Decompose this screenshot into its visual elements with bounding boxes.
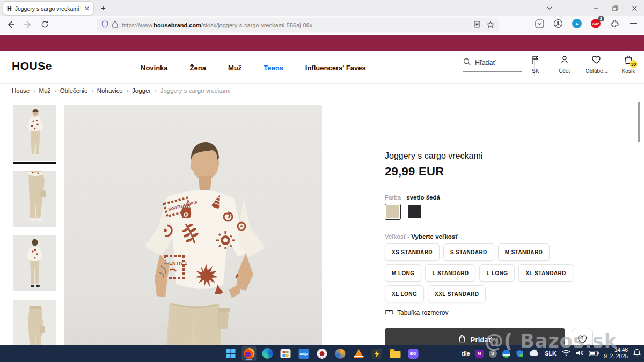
size-button-l-long[interactable]: L LONG bbox=[479, 264, 515, 282]
back-button[interactable] bbox=[6, 20, 16, 30]
start-button[interactable] bbox=[224, 346, 238, 361]
product-title: Joggery s cargo vreckami bbox=[385, 151, 482, 161]
bookmark-star-icon[interactable] bbox=[487, 20, 494, 30]
url-bar[interactable]: https://www.housebrand.com/sk/sk/joggery… bbox=[97, 18, 499, 32]
tab-favicon: H bbox=[7, 5, 12, 12]
screen: H Joggery s cargo vreckami Farba ✕ + bbox=[0, 0, 644, 362]
winamp-icon bbox=[372, 349, 382, 359]
size-button-xl-standard[interactable]: XL STANDARD bbox=[518, 264, 573, 282]
account-button[interactable]: Účet bbox=[557, 55, 573, 74]
breadcrumb-item-nohavice[interactable]: Nohavice bbox=[97, 87, 123, 94]
menu-hamburger-icon[interactable] bbox=[628, 18, 639, 29]
taskbar-media-player[interactable] bbox=[315, 346, 330, 361]
new-tab-button[interactable]: + bbox=[101, 3, 106, 12]
taskbar-eo-app[interactable]: EO bbox=[406, 346, 421, 361]
main-nav: Novinka Žena Muž Teens Influencers' Fave… bbox=[141, 51, 366, 84]
browser-tab[interactable]: H Joggery s cargo vreckami Farba ✕ bbox=[3, 2, 93, 15]
taskbar-firefox[interactable] bbox=[242, 346, 257, 361]
weather-cloud-icon[interactable] bbox=[529, 349, 540, 358]
tracking-protection-shield-icon[interactable] bbox=[101, 20, 108, 30]
size-button-xxl-standard[interactable]: XXL STANDARD bbox=[428, 285, 486, 302]
adblock-plus-icon[interactable]: ABP 3 bbox=[590, 18, 601, 29]
wifi-icon[interactable] bbox=[562, 349, 570, 358]
taskbar-winamp[interactable] bbox=[370, 346, 384, 361]
size-table-link[interactable]: Tabuľka rozmerov bbox=[385, 309, 449, 316]
thumbnail-detail-view[interactable] bbox=[13, 171, 56, 227]
nav-item-influencers-faves[interactable]: Influencers' Faves bbox=[305, 64, 366, 72]
thumbnail-flat-lay[interactable] bbox=[13, 300, 56, 345]
site-header: HOUSe Novinka Žena Muž Teens Influencers… bbox=[0, 51, 644, 84]
nav-item-novinka[interactable]: Novinka bbox=[141, 64, 168, 72]
size-options: XS STANDARD S STANDARD M STANDARD M LONG… bbox=[385, 243, 582, 302]
breadcrumb-item-jogger[interactable]: Jogger bbox=[132, 87, 151, 94]
nav-item-zena[interactable]: Žena bbox=[190, 64, 206, 72]
wishlist-heart-button[interactable] bbox=[572, 328, 593, 345]
size-button-xs-standard[interactable]: XS STANDARD bbox=[385, 243, 440, 261]
forward-button[interactable] bbox=[24, 20, 33, 30]
taskbar-mdp[interactable]: mdp bbox=[297, 346, 311, 361]
search-input[interactable]: Hľadať bbox=[463, 58, 522, 72]
reader-mode-icon[interactable] bbox=[474, 20, 480, 30]
skype-icon[interactable]: S bbox=[489, 350, 497, 358]
color-label-row: Farba - svetlo šedá bbox=[385, 194, 440, 201]
promo-banner bbox=[0, 35, 644, 51]
reload-button[interactable] bbox=[41, 20, 50, 30]
close-button[interactable] bbox=[625, 0, 644, 16]
house-logo[interactable]: HOUSe bbox=[12, 60, 52, 72]
bag-icon bbox=[458, 335, 466, 344]
tray-tile-app[interactable]: tile bbox=[462, 350, 470, 357]
taskbar-utility[interactable] bbox=[333, 346, 348, 361]
color-swatch-light-grey[interactable] bbox=[385, 204, 401, 220]
vpn-globe-icon[interactable] bbox=[502, 350, 510, 358]
nav-item-muz[interactable]: Muž bbox=[228, 64, 241, 72]
tab-list-chevron-icon[interactable] bbox=[540, 0, 559, 16]
breadcrumb: House › Muž › Oblečenie › Nohavice › Jog… bbox=[12, 87, 231, 94]
battery-icon[interactable] bbox=[589, 349, 599, 358]
windows-taskbar: mdp EO tile N S SLK bbox=[0, 345, 644, 362]
taskbar-explorer[interactable] bbox=[388, 346, 402, 361]
taskbar-vlc[interactable] bbox=[352, 346, 366, 361]
thumbnail-front-view[interactable] bbox=[13, 105, 56, 161]
favorites-button[interactable]: Obľúbe... bbox=[586, 55, 608, 74]
onenote-icon[interactable]: N bbox=[475, 350, 484, 358]
minimize-button[interactable] bbox=[586, 0, 605, 16]
windows-security-icon[interactable] bbox=[516, 350, 524, 358]
size-button-xl-long[interactable]: XL LONG bbox=[385, 285, 424, 302]
language-selector[interactable]: SK bbox=[528, 55, 544, 74]
taskbar-edge[interactable] bbox=[260, 346, 275, 361]
edge-icon bbox=[262, 348, 273, 359]
breadcrumb-item-house[interactable]: House bbox=[12, 87, 30, 94]
tab-close-icon[interactable]: ✕ bbox=[84, 5, 90, 12]
breadcrumb-item-oblecenie[interactable]: Oblečenie bbox=[60, 87, 88, 94]
size-button-m-long[interactable]: M LONG bbox=[385, 264, 421, 282]
taskbar-clock[interactable]: 14:46 9. 2. 2025 bbox=[604, 347, 628, 360]
thumbnail-back-view[interactable] bbox=[13, 235, 56, 291]
breadcrumb-item-muz[interactable]: Muž bbox=[39, 87, 51, 94]
extensions-puzzle-icon[interactable] bbox=[609, 18, 620, 29]
cart-button[interactable]: 30 Košík bbox=[620, 55, 636, 74]
pocket-save-icon[interactable] bbox=[534, 18, 545, 29]
account-icon[interactable] bbox=[553, 18, 564, 29]
taskbar-store[interactable] bbox=[279, 346, 293, 361]
nav-item-teens[interactable]: Teens bbox=[264, 64, 283, 72]
add-to-cart-button[interactable]: Pridať bbox=[385, 328, 565, 345]
notification-bell-icon[interactable] bbox=[633, 349, 641, 359]
product-photo[interactable]: ENTIY 1 SOUTH AFRICA bbox=[64, 105, 322, 345]
restore-button[interactable] bbox=[605, 0, 625, 16]
language-indicator[interactable]: SLK bbox=[545, 350, 557, 357]
breadcrumb-current: Joggery s cargo vreckami bbox=[160, 87, 231, 94]
size-button-m-standard[interactable]: M STANDARD bbox=[498, 243, 550, 261]
size-label-row: Veľkosť - Vyberte veľkosť bbox=[385, 233, 458, 240]
size-button-s-standard[interactable]: S STANDARD bbox=[443, 243, 494, 261]
speaker-icon[interactable] bbox=[576, 349, 583, 358]
person-icon bbox=[560, 55, 569, 67]
scrollbar-thumb[interactable] bbox=[638, 102, 640, 142]
lock-icon[interactable] bbox=[112, 20, 118, 30]
size-button-l-standard[interactable]: L STANDARD bbox=[425, 264, 475, 282]
browser-titlebar: H Joggery s cargo vreckami Farba ✕ + bbox=[0, 0, 644, 16]
browser-toolbar: https://www.housebrand.com/sk/sk/joggery… bbox=[0, 16, 644, 34]
svg-text:ENTIY 1: ENTIY 1 bbox=[169, 261, 187, 266]
firefox-icon bbox=[244, 348, 254, 359]
color-swatch-black[interactable] bbox=[408, 205, 421, 218]
blue-extension-icon[interactable]: ▲ bbox=[572, 18, 582, 29]
